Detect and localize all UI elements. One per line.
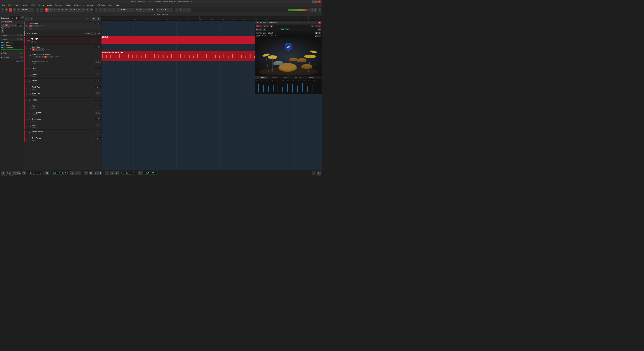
transport-rec-mode-btn[interactable]: ⊹ <box>312 171 316 175</box>
quantize-percent[interactable]: % <box>156 8 160 12</box>
tab-visibility[interactable]: Visibility <box>10 17 20 20</box>
transport-config-btn[interactable]: ⚙ <box>1 171 5 175</box>
fx-cymbals-volume[interactable]: 0.00 <box>95 112 101 114</box>
stereo-out-volume[interactable]: 0.00 <box>95 22 101 24</box>
drums-collapse-icon[interactable]: ⊟ <box>24 40 28 42</box>
fader-kt6[interactable] <box>280 87 285 92</box>
inspector-menu-btn[interactable]: ≡ <box>20 17 24 19</box>
play-tool-button[interactable]: ▶ <box>73 8 77 12</box>
transport-vol-up[interactable]: ▲ <box>19 171 21 175</box>
chord-button[interactable]: ♩ <box>107 8 110 12</box>
hi-hat-volume[interactable]: 0.00 <box>95 99 101 101</box>
kontakt-close-btn[interactable]: ✕ <box>318 22 321 24</box>
kick-level-icon[interactable]: ≡ <box>26 68 27 70</box>
kontakt-window[interactable]: 01 - MixWave 'Luke Holland' ✕ ● ◀ ▶ ≡ 📁 … <box>255 21 322 94</box>
stereo-out-e-btn[interactable]: E <box>36 25 38 27</box>
mixwave-lh-w-btn[interactable]: W <box>35 56 38 58</box>
config-button[interactable]: ⚙ <box>318 8 321 12</box>
transport-ai-btn[interactable]: AI <box>22 171 26 175</box>
volume-knob[interactable] <box>1 24 4 29</box>
fader-section-header[interactable]: ▶ Fader □ <box>0 51 24 55</box>
drum-bus-level-icon[interactable]: ≡ <box>26 47 27 50</box>
kontakt-eq-btn[interactable]: EQ <box>256 29 259 31</box>
rack-tom-level-icon[interactable]: ≡ <box>26 87 27 89</box>
drum-bus-e-btn[interactable]: E <box>38 48 41 51</box>
drums-m-btn[interactable]: M <box>31 41 33 43</box>
kick-volume[interactable]: 0.00 <box>95 67 101 69</box>
quantize-value-dropdown[interactable]: 1/16 ▾ <box>160 8 173 12</box>
plugin-slot-3[interactable]: Maximizer ▶ <box>1 46 24 49</box>
window-controls[interactable]: ─ □ ✕ <box>312 1 321 3</box>
track-settings-btn[interactable]: ⚙ <box>96 17 100 21</box>
comp-tool-button[interactable]: ⊞ <box>99 8 102 12</box>
menu-transport[interactable]: Transport <box>54 4 64 7</box>
panel-button[interactable]: ▤ <box>313 8 317 12</box>
menu-hub[interactable]: Hub <box>107 4 113 7</box>
insp-edit-btn[interactable]: E <box>11 24 14 27</box>
kontakt-tab-about[interactable]: ABOUT <box>306 76 318 79</box>
kontakt-comp-btn[interactable]: C <box>259 29 262 31</box>
eq-add-btn[interactable]: + <box>18 34 20 37</box>
fader-kt11[interactable] <box>305 86 310 92</box>
quantize-dropdown[interactable]: Use Quantize ▾ <box>139 8 154 12</box>
menu-file[interactable]: File <box>1 4 7 7</box>
solo-editor-button[interactable]: ≡ <box>103 8 106 12</box>
drum-bus-c-btn[interactable]: ∞ <box>41 48 44 51</box>
scrub-tool-button[interactable]: ⟺ <box>77 8 81 12</box>
maximize-button[interactable]: □ <box>315 1 318 3</box>
fader-kt10[interactable] <box>300 83 304 92</box>
rotate-left-button[interactable]: ↺ <box>36 8 40 12</box>
kontakt-tab-kitview[interactable]: KIT VIEW <box>255 76 268 79</box>
transport-lock-btn[interactable]: 🔒 <box>70 171 74 175</box>
fx-cymbals-level-icon[interactable]: ≡ <box>26 112 27 115</box>
mixwave-d-volume[interactable]: 0.00 <box>95 61 101 63</box>
stereo-out-c-btn[interactable]: ∞ <box>38 25 41 27</box>
kontakt-link-btn[interactable]: 🔗 <box>314 35 318 37</box>
menu-studio[interactable]: Studio <box>64 4 72 7</box>
mode-m-button[interactable]: M <box>1 8 4 12</box>
track-search-btn[interactable]: 🔍 <box>92 17 96 21</box>
color-tool-button[interactable]: ◈ <box>86 8 89 12</box>
mute-tool-button[interactable]: M <box>69 8 73 12</box>
arrow-right-button[interactable]: → <box>95 8 98 12</box>
fader-kt5[interactable] <box>276 85 280 92</box>
inserts-add-btn[interactable]: + <box>18 38 20 41</box>
menu-midi[interactable]: MIDI <box>30 4 36 7</box>
kontakt-info-btn[interactable]: i <box>311 25 314 27</box>
kontakt-menu-btn[interactable]: ≡ <box>318 25 321 27</box>
track-config-button[interactable]: ≡ <box>30 17 33 21</box>
ride-volume[interactable]: 0.00 <box>95 105 101 107</box>
tom-reverb-level-icon[interactable]: ≡ <box>26 138 27 140</box>
insp-write-btn[interactable]: W <box>8 24 11 27</box>
fader-kt7[interactable] <box>285 84 290 92</box>
kontakt-folder-btn[interactable]: 📁 <box>270 25 273 27</box>
transport-scrub-btn[interactable]: ⟺ <box>105 171 109 175</box>
glue-tool-button[interactable]: ⊕ <box>61 8 65 12</box>
mixwave-lh-r-btn[interactable]: R <box>44 56 47 58</box>
kontakt-power-btn[interactable]: ● <box>256 25 259 27</box>
mode-r-button[interactable]: R <box>9 8 12 12</box>
minimize-button[interactable]: ─ <box>312 1 314 3</box>
plugin-slot-2[interactable]: Compr...r ▶ <box>1 44 24 46</box>
erase-tool-button[interactable]: ◇ <box>53 8 57 12</box>
snare1-volume[interactable]: 0.00 <box>95 73 101 75</box>
menu-audio[interactable]: Audio <box>22 4 29 7</box>
snap-off-button[interactable]: ↕ <box>179 8 182 12</box>
transport-next-btn[interactable]: ⏭ <box>114 171 118 175</box>
fader-kt2[interactable] <box>261 85 266 92</box>
mode-a-button[interactable]: A <box>17 8 20 12</box>
transport-meter-down[interactable]: ▼ <box>6 171 8 175</box>
overheads-volume[interactable]: -3.00 <box>95 118 101 120</box>
zoom-tool-button[interactable]: 🔍 <box>65 8 69 12</box>
eq-config-btn[interactable]: ⚙ <box>20 34 23 37</box>
kontakt-tab-cymbals[interactable]: CYMBALS <box>280 76 293 79</box>
kontakt-inst-prev-btn[interactable]: ◀ <box>256 32 259 34</box>
touch-dropdown[interactable]: Touch ▾ <box>21 8 34 12</box>
kontakt-inst-next-btn[interactable]: ▶ <box>259 32 262 34</box>
fader-kt4[interactable] <box>271 85 276 92</box>
snare2-level-icon[interactable]: ≡ <box>26 80 27 83</box>
kontakt-cam-btn[interactable]: 📷 <box>314 25 318 27</box>
kontakt-reverb-btn[interactable]: R <box>263 29 266 31</box>
transport-punch-out[interactable]: → <box>78 171 81 175</box>
transport-click-btn[interactable]: 🎵 <box>12 171 16 175</box>
